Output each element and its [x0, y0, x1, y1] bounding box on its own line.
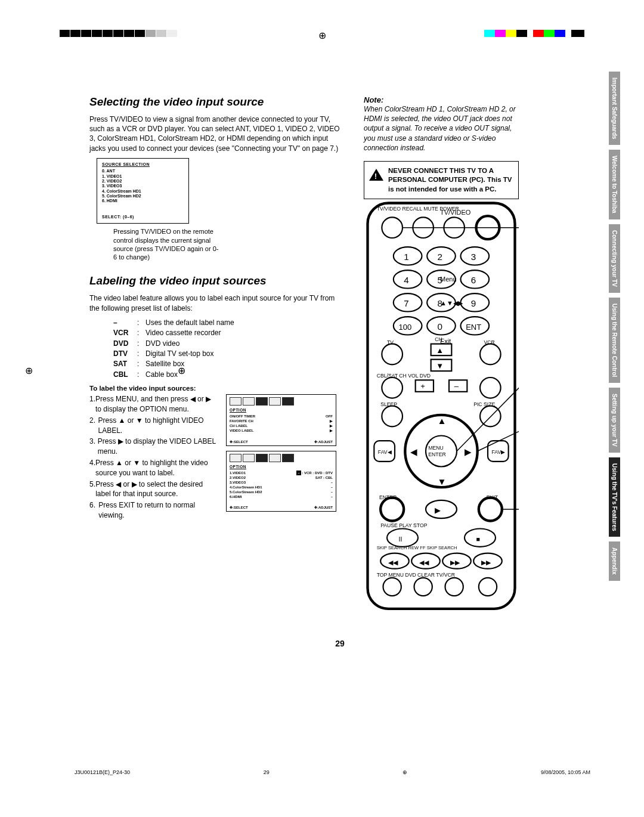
svg-text:ENTER: ENTER: [428, 452, 445, 458]
svg-text:+: +: [420, 382, 425, 391]
svg-text:MENU: MENU: [428, 445, 444, 451]
svg-text:▶: ▶: [435, 506, 441, 515]
svg-text:9: 9: [471, 298, 476, 308]
section1-para: Press TV/VIDEO to view a signal from ano…: [89, 114, 346, 153]
crosshair-side-icon: ⊕: [25, 365, 33, 376]
svg-text:1: 1: [404, 252, 408, 262]
page-number: 29: [89, 639, 590, 648]
svg-text:▼: ▼: [438, 476, 447, 487]
svg-text:▲: ▲: [438, 416, 447, 426]
steps-list: 1.Press MENU, and then press ◀ or ▶ to d…: [89, 394, 218, 522]
svg-text:◀: ◀: [410, 447, 417, 457]
svg-text:3: 3: [471, 252, 476, 262]
callout-exit: Exit: [440, 338, 451, 345]
note-heading: Note:: [364, 95, 519, 104]
svg-text:2: 2: [438, 252, 442, 262]
warn-line1: NEVER CONNECT THIS TV TO A PERSONAL COMP…: [388, 167, 494, 184]
svg-text:◀◀: ◀◀: [419, 559, 429, 567]
svg-text:▶▶: ▶▶: [481, 559, 491, 567]
callout-tvvideo: TV/VIDEO: [440, 209, 470, 216]
remote-illustration: TV/VIDEO RECALL MUTE POWER 1 2 3 4 5 6 7…: [364, 199, 519, 612]
svg-text:PAUSE   PLAY   STOP: PAUSE PLAY STOP: [380, 523, 427, 529]
warning-triangle-icon: [369, 169, 383, 181]
svg-text:▲: ▲: [436, 346, 444, 355]
crosshair-side-icon-right: ⊕: [178, 365, 466, 376]
section1-title: Selecting the video input source: [89, 95, 346, 109]
svg-text:FAV▶: FAV▶: [491, 449, 505, 455]
svg-text:▶▶: ▶▶: [450, 559, 460, 567]
remote-control-diagram: TV/VIDEO RECALL MUTE POWER 1 2 3 4 5 6 7…: [364, 199, 519, 614]
callout-arrows: ▲▼◀▶: [440, 299, 463, 307]
section2-title: Labeling the video input sources: [89, 274, 346, 287]
svg-text:4: 4: [404, 275, 408, 285]
callout-menu: Menu: [440, 276, 457, 283]
print-footer: J3U00121B(E)_P24-30 29 ⊕ 9/08/2005, 10:0…: [0, 751, 644, 799]
svg-text:TOP MENU  DVD  CLEAR  TV/VCR: TOP MENU DVD CLEAR TV/VCR: [377, 572, 455, 578]
section2-para: The video label feature allows you to la…: [89, 293, 346, 312]
sub-heading: To label the video input sources:: [89, 385, 346, 392]
note-body: When ColorStream HD 1, ColorStream HD 2,…: [364, 104, 519, 153]
pc-warning-box: NEVER CONNECT THIS TV TO A PERSONAL COMP…: [364, 161, 519, 200]
page-body: Selecting the video input source Press T…: [0, 36, 644, 751]
svg-text:SKIP SEARCH REW   FF  SKIP SEA: SKIP SEARCH REW FF SKIP SEARCH: [377, 546, 457, 551]
svg-text:0: 0: [438, 321, 442, 332]
svg-text:ENT: ENT: [466, 323, 481, 332]
svg-text:▶: ▶: [465, 447, 472, 457]
print-registration-marks: ⊕: [0, 0, 644, 36]
osd-select-prompt: SELECT: (0–6): [102, 215, 184, 219]
osd-head: SOURCE SELECTION: [102, 162, 184, 167]
svg-text:–: –: [454, 382, 459, 391]
osd-list: 0. ANT 1. VIDEO1 2. VIDEO2 3. VIDEO3 4. …: [102, 169, 184, 204]
crosshair-bottom-icon: ⊕: [402, 769, 407, 775]
svg-text:FAV◀: FAV◀: [378, 449, 392, 455]
footer-page: 29: [264, 769, 270, 775]
option-menu-osd-1: OPTION ON/OFF TIMEROFF FAVORITE CH▶ CH L…: [226, 394, 336, 445]
footer-date: 9/08/2005, 10:05 AM: [541, 769, 590, 775]
footer-filename: J3U00121B(E)_P24-30: [75, 769, 130, 775]
svg-text:7: 7: [404, 298, 408, 308]
svg-text:◀◀: ◀◀: [388, 559, 398, 567]
svg-text:■: ■: [476, 536, 480, 543]
svg-text:6: 6: [471, 275, 476, 285]
osd-caption: Pressing TV/VIDEO on the remote control …: [113, 227, 221, 261]
source-selection-osd: SOURCE SELECTION 0. ANT 1. VIDEO1 2. VID…: [97, 158, 189, 224]
svg-text:100: 100: [399, 323, 412, 332]
option-menu-osd-2: OPTION 1.VIDEO1– : VCR : DVD : DTV 2.VID…: [226, 451, 336, 512]
svg-text:II: II: [399, 536, 402, 543]
